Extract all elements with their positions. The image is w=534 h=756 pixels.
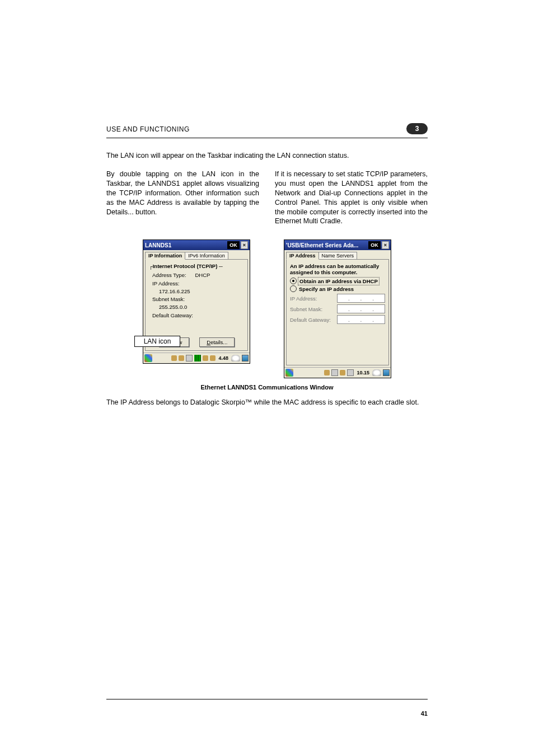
static-gw-row: Default Gateway: ...: [290, 315, 385, 324]
lannds1-title: LANNDS1: [145, 242, 171, 248]
titlebar-buttons: OK ×: [368, 241, 389, 249]
static-gw-label: Default Gateway:: [290, 317, 335, 323]
tray-icon[interactable]: [340, 370, 345, 375]
dhcp-hint: An IP address can be automatically assig…: [290, 263, 385, 275]
two-column-text: By double tapping on the LAN icon in the…: [106, 170, 428, 226]
ok-button[interactable]: OK: [368, 241, 381, 249]
static-ip-row: IP Address: ...: [290, 294, 385, 303]
left-column: By double tapping on the LAN icon in the…: [106, 170, 259, 226]
page-number: 41: [421, 710, 428, 717]
lan-icon-callout: LAN icon: [134, 336, 180, 347]
radio-icon: [290, 285, 297, 292]
taskbar-time: 10.15: [357, 370, 369, 375]
usb-ethernet-window: 'USB/Ethernet Series Ada... OK × IP Addr…: [284, 240, 391, 378]
network-icon[interactable]: [194, 355, 201, 361]
tray-icon[interactable]: [179, 355, 184, 361]
right-column: If it is necessary to set static TCP/IP …: [275, 170, 428, 226]
radio-static-label: Specify an IP address: [299, 286, 354, 292]
mask-input[interactable]: ...: [337, 304, 385, 313]
usbeth-tab-body: An IP address can be automatically assig…: [286, 259, 389, 365]
header-title: USE AND FUNCTIONING: [106, 125, 190, 133]
ip-input[interactable]: ...: [337, 294, 385, 303]
details-button[interactable]: Details...: [199, 337, 235, 347]
ip-label: IP Address:: [152, 280, 244, 288]
static-mask-row: Subnet Mask: ...: [290, 304, 385, 313]
gateway-input[interactable]: ...: [337, 315, 385, 324]
ok-button[interactable]: OK: [227, 241, 240, 249]
keyboard-icon[interactable]: [186, 355, 193, 361]
gateway-label: Default Gateway:: [152, 312, 244, 320]
addr-type-label: Address Type:: [152, 272, 186, 278]
tab-ip-address[interactable]: IP Address: [286, 252, 319, 260]
tray-icon[interactable]: [171, 355, 177, 361]
taskbar-time: 4.48: [218, 355, 228, 361]
close-button[interactable]: ×: [241, 241, 248, 249]
page-header: USE AND FUNCTIONING 3: [106, 123, 428, 135]
chapter-badge-wrap: 3: [400, 123, 428, 135]
radio-dhcp[interactable]: Obtain an IP address via DHCP: [290, 278, 385, 284]
screenshots-row: LANNDS1 OK × IP Information IPv6 Informa…: [106, 240, 428, 378]
tab-name-servers[interactable]: Name Servers: [318, 252, 358, 260]
cloud-icon[interactable]: [231, 355, 240, 361]
usbeth-title: 'USB/Ethernet Series Ada...: [286, 242, 358, 248]
start-icon[interactable]: [144, 354, 152, 362]
keyboard-icon[interactable]: [331, 369, 338, 376]
intro-text: The LAN icon will appear on the Taskbar …: [106, 152, 428, 159]
addr-type-value: DHCP: [195, 272, 210, 278]
screenshot-left-wrapper: LANNDS1 OK × IP Information IPv6 Informa…: [143, 240, 250, 378]
tray-icon[interactable]: [203, 355, 208, 361]
footer-rule: [106, 699, 428, 699]
fieldset-label: ┌Internet Protocol (TCP/IP) ─: [149, 263, 244, 269]
close-button[interactable]: ×: [382, 241, 389, 249]
radio-dhcp-label: Obtain an IP address via DHCP: [299, 278, 378, 284]
tray-icon[interactable]: [324, 370, 330, 375]
header-rule: [106, 138, 428, 138]
chapter-badge: 3: [406, 123, 428, 134]
taskbar-left: 4.48: [143, 353, 250, 363]
static-mask-label: Subnet Mask:: [290, 306, 335, 312]
figure-caption: Ethernet LANNDS1 Communications Window: [106, 384, 428, 391]
keyboard-icon[interactable]: [347, 369, 354, 376]
closing-text: The IP Address belongs to Datalogic Skor…: [106, 398, 428, 406]
mask-label: Subnet Mask:: [152, 295, 244, 303]
usbeth-titlebar: 'USB/Ethernet Series Ada... OK ×: [284, 240, 391, 250]
tray-icon[interactable]: [210, 355, 216, 361]
lannds1-tabs: IP Information IPv6 Information: [143, 250, 250, 260]
start-icon[interactable]: [285, 369, 293, 377]
static-ip-label: IP Address:: [290, 295, 335, 302]
tab-ipv6-information[interactable]: IPv6 Information: [185, 252, 228, 260]
tab-ip-information[interactable]: IP Information: [145, 252, 185, 260]
ip-value: 172.16.6.225: [152, 288, 244, 295]
tcpip-values: Address Type: DHCP IP Address: 172.16.6.…: [149, 271, 244, 320]
mask-value: 255.255.0.0: [152, 303, 244, 311]
details-label: etails...: [210, 339, 227, 345]
radio-static[interactable]: Specify an IP address: [290, 285, 385, 292]
cloud-icon[interactable]: [372, 369, 381, 376]
radio-icon: [290, 278, 297, 284]
desktop-icon[interactable]: [242, 355, 249, 361]
desktop-icon[interactable]: [383, 369, 390, 376]
taskbar-right: 10.15: [284, 367, 391, 378]
lannds1-titlebar: LANNDS1 OK ×: [143, 240, 250, 250]
document-page: USE AND FUNCTIONING 3 The LAN icon will …: [0, 0, 534, 756]
titlebar-buttons: OK ×: [227, 241, 248, 249]
usbeth-tabs: IP Address Name Servers: [284, 250, 391, 260]
